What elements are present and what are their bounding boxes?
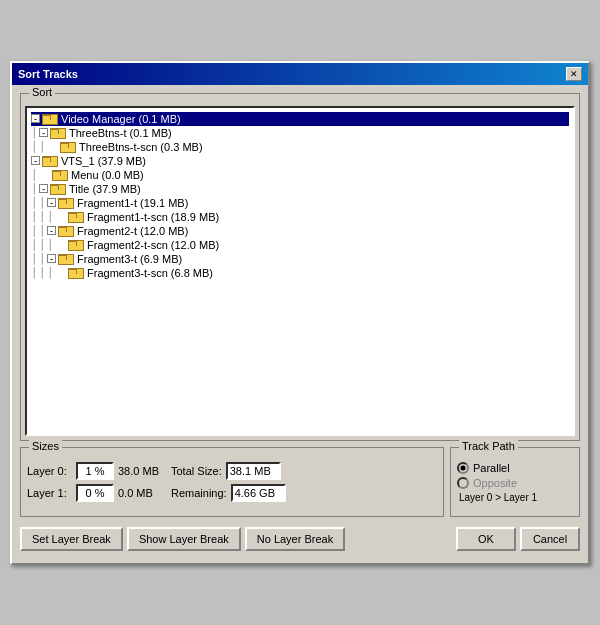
tree-item-label: Fragment2-t (12.0 MB) xyxy=(77,225,188,237)
tree-item[interactable]: │ │ -Fragment3-t (6.9 MB) xyxy=(31,252,569,266)
tree-item[interactable]: │ Menu (0.0 MB) xyxy=(31,168,569,182)
layer0-percent-input[interactable] xyxy=(76,462,114,480)
parallel-row: Parallel xyxy=(457,462,573,474)
folder-icon xyxy=(58,225,74,237)
tree-indent-line: │ xyxy=(31,169,37,180)
tree-item-label: Fragment2-t-scn (12.0 MB) xyxy=(87,239,219,251)
sort-group-label: Sort xyxy=(29,86,55,98)
dialog-title: Sort Tracks xyxy=(18,68,78,80)
tree-indent-line: │ xyxy=(47,239,53,250)
folder-icon xyxy=(50,183,66,195)
track-path-group: Track Path Parallel Opposite Layer 0 > L… xyxy=(450,447,580,517)
folder-icon xyxy=(68,211,84,223)
parallel-label: Parallel xyxy=(473,462,510,474)
layer0-mb: 38.0 MB xyxy=(118,465,163,477)
tree-item-label: Video Manager (0.1 MB) xyxy=(61,113,181,125)
show-layer-break-button[interactable]: Show Layer Break xyxy=(127,527,241,551)
tree-item-label: Title (37.9 MB) xyxy=(69,183,141,195)
folder-icon xyxy=(42,113,58,125)
tree-item-label: Fragment3-t (6.9 MB) xyxy=(77,253,182,265)
layer1-row: Layer 1: 0.0 MB Remaining: 4.66 GB xyxy=(27,484,437,502)
layer0-row: Layer 0: 38.0 MB Total Size: 38.1 MB xyxy=(27,462,437,480)
tree-view[interactable]: -Video Manager (0.1 MB)│ -ThreeBtns-t (0… xyxy=(25,106,575,436)
folder-icon xyxy=(50,127,66,139)
tree-indent-line: │ xyxy=(39,197,45,208)
no-layer-break-button[interactable]: No Layer Break xyxy=(245,527,345,551)
right-buttons: OK Cancel xyxy=(456,527,580,551)
set-layer-break-button[interactable]: Set Layer Break xyxy=(20,527,123,551)
tree-item[interactable]: │ │ -Fragment2-t (12.0 MB) xyxy=(31,224,569,238)
tree-item-label: ThreeBtns-t-scn (0.3 MB) xyxy=(79,141,202,153)
tree-indent-line: │ xyxy=(47,211,53,222)
tree-item[interactable]: │ -ThreeBtns-t (0.1 MB) xyxy=(31,126,569,140)
expand-icon[interactable]: - xyxy=(47,254,56,263)
folder-icon xyxy=(58,253,74,265)
tree-item[interactable]: -Video Manager (0.1 MB) xyxy=(31,112,569,126)
tree-indent-line: │ xyxy=(39,211,45,222)
tree-item[interactable]: │ │ │ Fragment3-t-scn (6.8 MB) xyxy=(31,266,569,280)
tree-indent-line: │ xyxy=(31,211,37,222)
tree-item[interactable]: -VTS_1 (37.9 MB) xyxy=(31,154,569,168)
left-buttons: Set Layer Break Show Layer Break No Laye… xyxy=(20,527,345,551)
total-size-value: 38.1 MB xyxy=(226,462,281,480)
tree-item-label: ThreeBtns-t (0.1 MB) xyxy=(69,127,172,139)
ok-button[interactable]: OK xyxy=(456,527,516,551)
layer1-percent-input[interactable] xyxy=(76,484,114,502)
tree-item-label: Fragment3-t-scn (6.8 MB) xyxy=(87,267,213,279)
tree-item-label: Fragment1-t (19.1 MB) xyxy=(77,197,188,209)
track-path-desc: Layer 0 > Layer 1 xyxy=(459,492,573,503)
opposite-row: Opposite xyxy=(457,477,573,489)
tree-indent-line: │ xyxy=(31,141,37,152)
total-size-label: Total Size: xyxy=(171,465,222,477)
tree-item-label: Menu (0.0 MB) xyxy=(71,169,144,181)
folder-icon xyxy=(60,141,76,153)
folder-icon xyxy=(68,267,84,279)
layer1-mb: 0.0 MB xyxy=(118,487,163,499)
folder-icon xyxy=(52,169,68,181)
sort-group: Sort -Video Manager (0.1 MB)│ -ThreeBtns… xyxy=(20,93,580,441)
expand-icon[interactable]: - xyxy=(47,226,56,235)
tree-item[interactable]: │ │ │ Fragment2-t-scn (12.0 MB) xyxy=(31,238,569,252)
tree-indent-line: │ xyxy=(39,141,45,152)
tree-item[interactable]: │ │ -Fragment1-t (19.1 MB) xyxy=(31,196,569,210)
track-path-label: Track Path xyxy=(459,440,518,452)
folder-icon xyxy=(42,155,58,167)
parallel-radio[interactable] xyxy=(457,462,469,474)
cancel-button[interactable]: Cancel xyxy=(520,527,580,551)
tree-indent-line: │ xyxy=(39,239,45,250)
remaining-label: Remaining: xyxy=(171,487,227,499)
tree-indent-line: │ xyxy=(31,183,37,194)
tree-indent-line: │ xyxy=(31,253,37,264)
tree-item[interactable]: │ │ │ Fragment1-t-scn (18.9 MB) xyxy=(31,210,569,224)
expand-icon[interactable]: - xyxy=(39,128,48,137)
expand-icon[interactable]: - xyxy=(31,156,40,165)
tree-indent-line: │ xyxy=(47,267,53,278)
expand-icon[interactable]: - xyxy=(47,198,56,207)
tree-item[interactable]: │ -Title (37.9 MB) xyxy=(31,182,569,196)
folder-icon xyxy=(68,239,84,251)
expand-icon[interactable]: - xyxy=(31,114,40,123)
opposite-label: Opposite xyxy=(473,477,517,489)
tree-item[interactable]: │ │ ThreeBtns-t-scn (0.3 MB) xyxy=(31,140,569,154)
expand-icon[interactable]: - xyxy=(39,184,48,193)
tree-indent-line: │ xyxy=(31,127,37,138)
tree-indent-line: │ xyxy=(31,225,37,236)
tree-indent-line: │ xyxy=(31,239,37,250)
tree-indent-line: │ xyxy=(31,267,37,278)
tree-item-label: Fragment1-t-scn (18.9 MB) xyxy=(87,211,219,223)
sizes-group: Sizes Layer 0: 38.0 MB Total Size: 38.1 … xyxy=(20,447,444,517)
opposite-radio[interactable] xyxy=(457,477,469,489)
close-button[interactable]: ✕ xyxy=(566,67,582,81)
tree-indent-line: │ xyxy=(39,267,45,278)
tree-indent-line: │ xyxy=(39,225,45,236)
remaining-value: 4.66 GB xyxy=(231,484,286,502)
bottom-section: Sizes Layer 0: 38.0 MB Total Size: 38.1 … xyxy=(20,447,580,517)
title-bar: Sort Tracks ✕ xyxy=(12,63,588,85)
sizes-group-label: Sizes xyxy=(29,440,62,452)
tree-item-label: VTS_1 (37.9 MB) xyxy=(61,155,146,167)
tree-indent-line: │ xyxy=(39,253,45,264)
layer0-label: Layer 0: xyxy=(27,465,72,477)
tree-indent-line: │ xyxy=(31,197,37,208)
layer1-label: Layer 1: xyxy=(27,487,72,499)
buttons-row: Set Layer Break Show Layer Break No Laye… xyxy=(20,523,580,555)
